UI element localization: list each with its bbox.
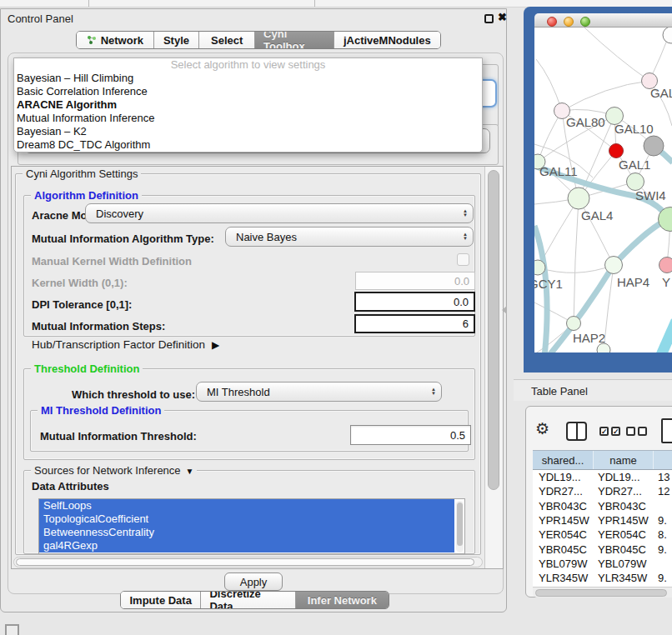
table-row[interactable]: YDL19...YDL19...13 [533, 470, 672, 484]
manual-kernel-checkbox[interactable] [457, 253, 469, 266]
mi-threshold-field[interactable]: 0.5 [350, 425, 471, 445]
dpi-tolerance-field[interactable]: 0.0 [354, 292, 475, 312]
algorithm-option[interactable]: ARACNE Algorithm [14, 98, 482, 112]
network-node[interactable] [568, 188, 589, 209]
float-window-icon[interactable] [484, 14, 494, 23]
tab-style[interactable]: Style [154, 32, 200, 48]
unchecked-checkbox-icon[interactable] [626, 427, 635, 436]
tab-discretize-data[interactable]: Discretize Data [201, 592, 295, 608]
column-header-name[interactable]: name [594, 451, 654, 469]
list-scrollbar[interactable] [456, 501, 464, 552]
column-header-shared-name[interactable]: shared... [533, 451, 594, 469]
hub-definition-toggle[interactable]: Hub/Transcription Factor Definition▶ [32, 338, 219, 351]
new-table-icon[interactable] [661, 418, 672, 443]
table-horizontal-scrollbar[interactable] [533, 587, 672, 598]
vertical-scrollbar[interactable] [484, 167, 503, 568]
apply-button[interactable]: Apply [224, 572, 283, 591]
splitter-handle-icon[interactable] [502, 306, 507, 314]
hub-definition-label: Hub/Transcription Factor Definition [32, 338, 205, 351]
horizontal-scrollbar-thumb[interactable] [16, 558, 474, 566]
kernel-width-field[interactable]: 0.0 [355, 272, 475, 290]
which-threshold-label: Which threshold to use: [72, 388, 195, 401]
network-window-titlebar[interactable] [534, 13, 672, 28]
vertical-scrollbar-thumb[interactable] [488, 170, 499, 490]
horizontal-scrollbar[interactable] [13, 557, 483, 568]
network-node[interactable] [534, 260, 545, 275]
tab-cyni-toolbox[interactable]: Cyni Toolbox [255, 32, 334, 48]
checked-checkbox-icon[interactable]: ✓ [611, 427, 620, 436]
zoom-traffic-light-icon[interactable] [580, 17, 590, 27]
mi-steps-field[interactable]: 6 [354, 314, 475, 333]
which-threshold-combobox[interactable]: MI Threshold ▲▼ [196, 382, 442, 402]
network-edge[interactable] [584, 28, 649, 81]
control-panel-window: Control Panel ✖ Network Style [0, 8, 507, 612]
attribute-item[interactable]: BetweennessCentrality [39, 526, 454, 539]
tab-infer-network[interactable]: Infer Network [296, 592, 389, 608]
table-cell: 8. [654, 528, 672, 541]
network-node[interactable] [609, 144, 624, 158]
algorithm-option[interactable]: Dream8 DC_TDC Algorithm [14, 138, 482, 152]
table-cell: YER054C [533, 528, 594, 541]
table-row[interactable]: YLR345WYLR345W9. [533, 571, 672, 585]
table-row[interactable]: YDR27...YDR27...12 [533, 484, 672, 498]
network-edge[interactable] [538, 265, 614, 272]
network-edge[interactable] [574, 198, 579, 323]
network-edge[interactable] [538, 111, 562, 162]
mi-algorithm-type-combobox[interactable]: Naive Bayes ▲▼ [225, 227, 474, 247]
close-icon[interactable]: ✖ [498, 11, 507, 23]
algorithm-option[interactable]: Bayesian – Hill Climbing [14, 72, 482, 85]
node-label: GAL10 [614, 122, 654, 136]
column-header-clipped[interactable] [654, 451, 672, 469]
table-panel-title: Table Panel [531, 385, 588, 398]
unchecked-checkbox-icon[interactable] [638, 427, 647, 436]
tab-jactivemnodules[interactable]: jActiveMNodules [334, 32, 440, 48]
screen: Control Panel ✖ Network Style [0, 0, 672, 635]
tab-impute-data[interactable]: Impute Data [121, 592, 201, 608]
network-node[interactable] [605, 257, 623, 274]
aracne-mode-combobox[interactable]: Discovery ▲▼ [85, 203, 474, 223]
table-row[interactable]: YBR045CYBR045C9. [533, 542, 672, 556]
network-node[interactable] [663, 28, 672, 43]
tab-network[interactable]: Network [77, 32, 154, 48]
attribute-item[interactable]: gal4RGexp [39, 539, 454, 552]
table-row[interactable]: YBL079WYBL079W [533, 557, 672, 571]
table-header-row: shared... name [533, 450, 672, 470]
table-cell: YLR345W [594, 572, 654, 584]
attribute-item[interactable]: TopologicalCoefficient [39, 512, 454, 526]
column-view-icon[interactable] [566, 422, 587, 441]
attribute-item[interactable]: SelfLoops [39, 499, 454, 512]
close-traffic-light-icon[interactable] [547, 17, 557, 27]
gear-icon[interactable]: ⚙ [535, 421, 549, 437]
network-edge[interactable] [536, 59, 562, 111]
tab-select[interactable]: Select [199, 32, 255, 48]
algorithm-option[interactable]: Bayesian – K2 [14, 125, 482, 138]
data-attributes-list[interactable]: SelfLoopsTopologicalCoefficientBetweenne… [38, 498, 465, 554]
group-title: Algorithm Definition [31, 189, 142, 202]
node-label: HAP2 [573, 331, 605, 345]
algorithm-option[interactable]: Mutual Information Inference [14, 112, 482, 125]
list-scrollbar-thumb[interactable] [457, 502, 463, 546]
checked-checkbox-icon[interactable]: ✓ [599, 427, 609, 436]
network-edge[interactable] [562, 81, 649, 111]
toolbar-divider [314, 0, 315, 7]
network-graph[interactable]: GALGAL80GAL10GAL1GAL11SWI4GAL4GCY1HAP4YH… [534, 28, 672, 352]
table-row[interactable]: YBR043CYBR043C [533, 499, 672, 513]
network-canvas[interactable]: GALGAL80GAL10GAL1GAL11SWI4GAL4GCY1HAP4YH… [534, 28, 672, 352]
minimized-panel-button[interactable] [5, 624, 19, 635]
network-node[interactable] [659, 258, 672, 273]
tab-label: jActiveMNodules [344, 34, 431, 47]
minimize-traffic-light-icon[interactable] [564, 17, 574, 27]
algorithm-option[interactable]: Basic Correlation Inference [14, 85, 482, 98]
table-row[interactable]: YPR145WYPR145W9. [533, 513, 672, 528]
kernel-width-label: Kernel Width (0,1): [32, 277, 128, 289]
network-node[interactable] [644, 136, 664, 156]
apply-label: Apply [240, 576, 268, 588]
tab-label: Impute Data [130, 594, 192, 607]
expanded-arrow-icon[interactable]: ▼ [186, 467, 194, 476]
node-label: GAL [650, 86, 672, 100]
stepper-icon: ▲▼ [463, 228, 468, 246]
table-row[interactable]: YER054CYER054C8. [533, 528, 672, 542]
network-node[interactable] [567, 317, 581, 331]
table-horizontal-scrollbar-thumb[interactable] [535, 589, 667, 597]
network-edge[interactable] [658, 321, 672, 352]
